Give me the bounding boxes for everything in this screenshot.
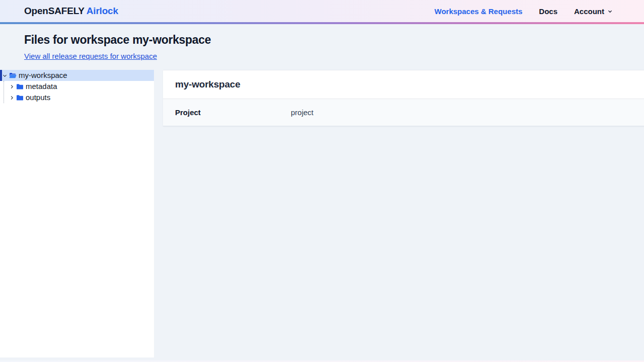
detail-row-project: Project project — [163, 99, 644, 126]
file-tree: my-workspace metadata — [0, 70, 154, 103]
app-logo[interactable]: OpenSAFELY Airlock — [24, 6, 118, 17]
chevron-right-icon[interactable] — [9, 84, 15, 89]
detail-card-title: my-workspace — [175, 79, 240, 90]
tree-item-my-workspace[interactable]: my-workspace — [0, 70, 154, 81]
view-all-release-requests-link[interactable]: View all release requests for workspace — [24, 51, 157, 61]
tree-item-label: outputs — [26, 92, 50, 103]
folder-icon — [16, 95, 24, 101]
chevron-down-icon[interactable] — [2, 73, 8, 78]
detail-row-label: Project — [175, 108, 291, 117]
nav-account-menu[interactable]: Account — [574, 7, 613, 16]
logo-accent: Airlock — [87, 6, 118, 16]
tree-item-label: metadata — [26, 81, 57, 92]
page-title: Files for workspace my-workspace — [24, 33, 620, 47]
logo-primary: OpenSAFELY — [24, 6, 84, 16]
detail-row-value: project — [291, 108, 313, 117]
folder-open-icon — [9, 72, 17, 79]
nav-docs[interactable]: Docs — [539, 7, 557, 16]
detail-card-header: my-workspace — [163, 70, 644, 99]
nav-workspaces-requests[interactable]: Workspaces & Requests — [435, 7, 523, 16]
workspace-detail-card: my-workspace Project project — [163, 70, 644, 126]
account-label: Account — [574, 7, 604, 16]
tree-children-my-workspace: metadata outputs — [4, 81, 154, 103]
top-nav: Workspaces & Requests Docs Account — [435, 7, 613, 16]
tree-item-outputs[interactable]: outputs — [4, 92, 154, 103]
page-heading-section: Files for workspace my-workspace View al… — [0, 24, 644, 70]
app-header: OpenSAFELY Airlock Workspaces & Requests… — [0, 0, 644, 22]
tree-item-label: my-workspace — [19, 70, 67, 81]
tree-item-metadata[interactable]: metadata — [4, 81, 154, 92]
chevron-right-icon[interactable] — [9, 95, 15, 101]
chevron-down-icon — [607, 9, 613, 14]
file-tree-sidebar: my-workspace metadata — [0, 70, 154, 357]
content-area: my-workspace metadata — [0, 70, 644, 357]
folder-icon — [16, 83, 24, 90]
